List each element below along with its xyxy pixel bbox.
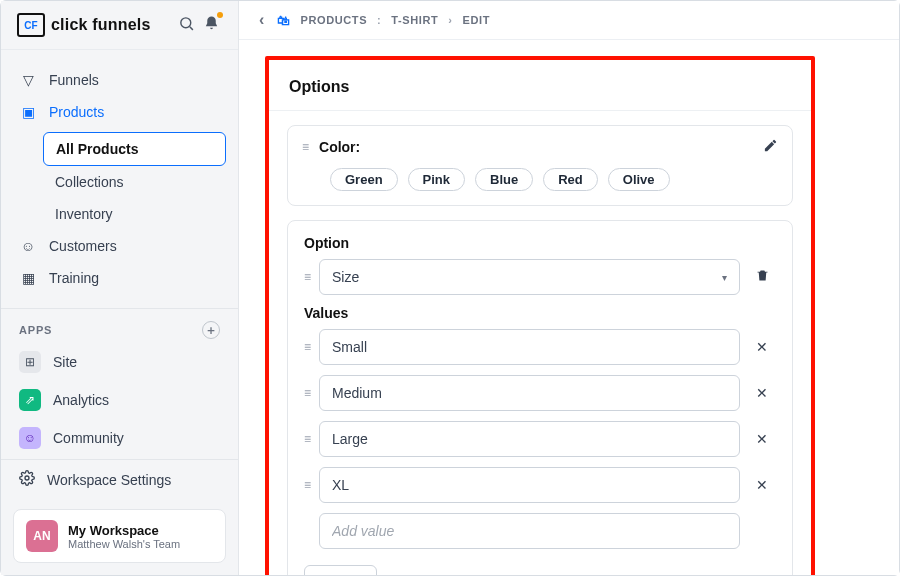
workspace-settings-label: Workspace Settings <box>47 472 171 488</box>
sidebar-item-training[interactable]: ▦ Training <box>1 262 238 294</box>
color-chip[interactable]: Blue <box>475 168 533 191</box>
option-color-label: Color: <box>319 139 360 155</box>
search-icon[interactable] <box>174 11 199 39</box>
workspace-switcher[interactable]: AN My Workspace Matthew Walsh's Team <box>13 509 226 563</box>
add-app-button[interactable]: ＋ <box>202 321 220 339</box>
brand-name: click funnels <box>51 16 151 34</box>
highlight-frame: Options ≡ Color: <box>265 56 815 575</box>
value-input[interactable] <box>319 375 740 411</box>
svg-point-0 <box>181 18 191 28</box>
app-label: Community <box>53 430 124 446</box>
app-label: Analytics <box>53 392 109 408</box>
edit-color-option[interactable] <box>763 138 778 156</box>
color-chip[interactable]: Red <box>543 168 598 191</box>
apps-header: APPS ＋ <box>1 309 238 343</box>
svg-point-2 <box>25 476 29 480</box>
remove-value-button[interactable]: ✕ <box>748 339 776 355</box>
drag-handle-icon[interactable]: ≡ <box>304 340 311 354</box>
app-community[interactable]: ☺ Community <box>1 419 238 457</box>
option-editor: Option ≡ Size ▾ <box>287 220 793 575</box>
products-submenu: All Products Collections Inventory <box>43 132 226 230</box>
drag-handle-icon[interactable]: ≡ <box>302 140 309 154</box>
breadcrumb: ‹ 🛍 PRODUCTS : T-SHIRT › EDIT <box>239 1 899 40</box>
community-icon: ☺ <box>19 427 41 449</box>
drag-handle-icon[interactable]: ≡ <box>304 478 311 492</box>
subnav-inventory[interactable]: Inventory <box>43 198 226 230</box>
crumb-page: EDIT <box>463 14 490 26</box>
sidebar-item-funnels[interactable]: ▽ Funnels <box>1 64 238 96</box>
color-chip-list: Green Pink Blue Red Olive <box>288 168 792 205</box>
drag-handle-icon[interactable]: ≡ <box>304 270 311 284</box>
products-icon: ▣ <box>19 104 37 120</box>
app-analytics[interactable]: ⇗ Analytics <box>1 381 238 419</box>
analytics-icon: ⇗ <box>19 389 41 411</box>
subnav-collections[interactable]: Collections <box>43 166 226 198</box>
crumb-root[interactable]: PRODUCTS <box>301 14 368 26</box>
option-card-color: ≡ Color: Green Pink Blue <box>287 125 793 206</box>
option-name-value: Size <box>332 269 359 285</box>
remove-value-button[interactable]: ✕ <box>748 431 776 447</box>
gear-icon <box>19 470 35 489</box>
remove-value-button[interactable]: ✕ <box>748 477 776 493</box>
app-site[interactable]: ⊞ Site <box>1 343 238 381</box>
customers-icon: ☺ <box>19 238 37 254</box>
options-heading: Options <box>269 60 811 111</box>
sidebar-label: Training <box>49 270 99 286</box>
option-name-select[interactable]: Size ▾ <box>319 259 740 295</box>
value-input[interactable] <box>319 329 740 365</box>
sidebar-item-products[interactable]: ▣ Products <box>1 96 238 128</box>
drag-handle-icon[interactable]: ≡ <box>304 432 311 446</box>
sidebar-label: Customers <box>49 238 117 254</box>
drag-handle-icon[interactable]: ≡ <box>304 386 311 400</box>
done-button[interactable]: Done <box>304 565 377 575</box>
color-chip[interactable]: Green <box>330 168 398 191</box>
notifications-icon[interactable] <box>199 11 224 39</box>
value-input[interactable] <box>319 421 740 457</box>
sidebar-label: Products <box>49 104 104 120</box>
workspace-team: Matthew Walsh's Team <box>68 538 180 550</box>
sidebar-item-customers[interactable]: ☺ Customers <box>1 230 238 262</box>
chevron-down-icon: ▾ <box>722 272 727 283</box>
site-icon: ⊞ <box>19 351 41 373</box>
values-field-label: Values <box>304 305 776 321</box>
logo-icon: CF <box>17 13 45 37</box>
main: ‹ 🛍 PRODUCTS : T-SHIRT › EDIT Options ≡ … <box>239 1 899 575</box>
remove-value-button[interactable]: ✕ <box>748 385 776 401</box>
workspace-avatar: AN <box>26 520 58 552</box>
sidebar: CF click funnels ▽ Funnels ▣ Products Al… <box>1 1 239 575</box>
crumb-product[interactable]: T-SHIRT <box>391 14 438 26</box>
back-button[interactable]: ‹ <box>259 11 267 29</box>
color-chip[interactable]: Pink <box>408 168 465 191</box>
svg-line-1 <box>190 27 193 30</box>
add-value-input[interactable] <box>319 513 740 549</box>
app-label: Site <box>53 354 77 370</box>
workspace-settings[interactable]: Workspace Settings <box>1 459 238 499</box>
value-input[interactable] <box>319 467 740 503</box>
bag-icon: 🛍 <box>277 13 291 28</box>
workspace-name: My Workspace <box>68 523 180 538</box>
color-chip[interactable]: Olive <box>608 168 670 191</box>
topbar: CF click funnels <box>1 1 238 50</box>
option-field-label: Option <box>304 235 776 251</box>
training-icon: ▦ <box>19 270 37 286</box>
delete-option-button[interactable] <box>748 268 776 286</box>
subnav-all-products[interactable]: All Products <box>43 132 226 166</box>
funnel-icon: ▽ <box>19 72 37 88</box>
sidebar-label: Funnels <box>49 72 99 88</box>
